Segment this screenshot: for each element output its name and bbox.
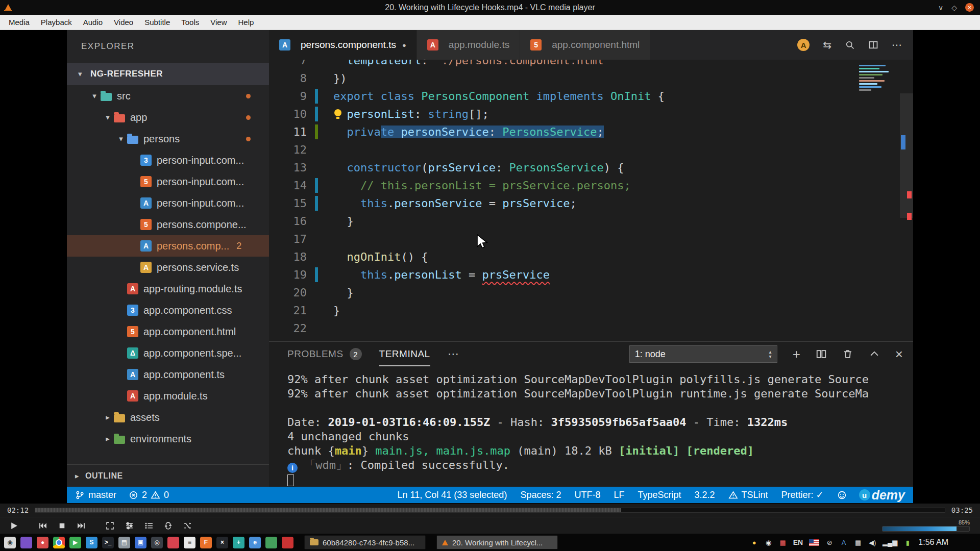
tree-item-environments[interactable]: ▸environments [67, 428, 269, 449]
project-root-header[interactable]: ▾ NG-REFRESHER [67, 63, 269, 85]
keyboard-icon[interactable]: ▦ [854, 538, 862, 546]
more-actions-icon[interactable]: ⋯ [892, 39, 902, 51]
red-app-icon[interactable] [282, 537, 293, 548]
split-terminal-button[interactable] [816, 348, 827, 360]
tree-item-app-component-html[interactable]: 5app.component.html [67, 321, 269, 342]
search-editor-icon[interactable] [845, 40, 855, 50]
previous-button[interactable] [34, 519, 51, 533]
code-line-17[interactable]: 17 [269, 230, 913, 248]
prettier-item[interactable]: Prettier: ✓ [781, 489, 824, 500]
tree-item-person-input-com[interactable]: 3person-input.com... [67, 149, 269, 171]
playlist-button[interactable] [140, 519, 157, 533]
notes-icon[interactable]: ≡ [184, 537, 195, 548]
code-line-12[interactable]: 12 [269, 141, 913, 159]
maximize-panel-button[interactable] [869, 348, 880, 360]
code-line-13[interactable]: 13 constructor(prsService: PersonsServic… [269, 159, 913, 177]
code-line-10[interactable]: 10 personList: string[]; [269, 105, 913, 123]
shuffle-button[interactable] [179, 519, 196, 533]
taskbar-window-20-working-with-lifecycl[interactable]: 20. Working with Lifecycl... [436, 535, 558, 549]
tree-item-assets[interactable]: ▸assets [67, 407, 269, 428]
chrome-icon[interactable] [53, 537, 65, 548]
cursor-position-item[interactable]: Ln 11, Col 41 (33 selected) [398, 490, 507, 500]
terminal-icon[interactable]: >_ [102, 537, 114, 548]
tab-app-component-html[interactable]: 5app.component.html [520, 30, 650, 60]
notification-icon[interactable]: ◉ [765, 538, 773, 546]
minimize-button[interactable]: ∨ [938, 4, 943, 11]
battery-icon[interactable]: ▮ [903, 538, 912, 546]
dark-app-icon[interactable]: × [216, 537, 228, 548]
code-line-7[interactable]: 7 templateUrl: './persons.component.html… [269, 60, 913, 69]
tree-item-app-component-spe[interactable]: Δapp.component.spe... [67, 342, 269, 364]
panel-more-icon[interactable]: ⋯ [448, 347, 459, 361]
green-app-icon[interactable] [265, 537, 277, 548]
code-line-20[interactable]: 20 } [269, 284, 913, 302]
video-area[interactable]: EXPLORER ▾ NG-REFRESHER ▾src▾app▾persons… [0, 30, 980, 503]
eol-item[interactable]: LF [614, 490, 624, 500]
code-line-11[interactable]: 11 private personService: PersonsService… [269, 123, 913, 141]
close-panel-button[interactable]: × [895, 347, 903, 361]
ts-version-item[interactable]: 3.2.2 [695, 490, 715, 500]
tslint-item[interactable]: TSLint [728, 490, 768, 500]
tab-app-module-ts[interactable]: Aapp.module.ts [417, 30, 520, 60]
tree-item-persons-compone[interactable]: 5persons.compone... [67, 214, 269, 235]
code-line-19[interactable]: 19 this.personList = prsService [269, 266, 913, 284]
code-line-18[interactable]: 18 ngOnInit() { [269, 248, 913, 266]
teal-app-icon[interactable]: + [233, 537, 244, 548]
code-line-21[interactable]: 21} [269, 302, 913, 319]
seek-slider[interactable] [35, 508, 945, 513]
language-item[interactable]: TypeScript [638, 490, 681, 500]
menu-media[interactable]: Media [3, 15, 35, 29]
letter-a-icon[interactable]: A [840, 538, 848, 546]
scrollbar-thumb[interactable] [900, 93, 913, 218]
menu-help[interactable]: Help [233, 15, 260, 29]
skype-icon[interactable]: S [86, 537, 97, 548]
display-icon[interactable]: ▣ [135, 537, 146, 548]
tree-item-src[interactable]: ▾src [67, 85, 269, 107]
tree-item-person-input-com[interactable]: Aperson-input.com... [67, 192, 269, 214]
app-bird-icon[interactable]: ● [750, 538, 758, 546]
feedback-smiley-icon[interactable] [837, 490, 847, 500]
code-line-14[interactable]: 14 // this.personList = prsService.perso… [269, 177, 913, 194]
git-branch-item[interactable]: master [75, 490, 116, 500]
tree-item-app[interactable]: ▾app [67, 107, 269, 128]
camera-icon[interactable]: ◎ [151, 537, 163, 548]
menu-subtitle[interactable]: Subtitle [139, 15, 176, 29]
extension-action-icon[interactable]: A [797, 39, 810, 51]
volume-slider[interactable] [882, 526, 970, 532]
close-button[interactable]: × [965, 3, 974, 12]
split-editor-icon[interactable] [868, 40, 878, 50]
taskbar-window-60b84280-c743-4fc9-b58[interactable]: 60b84280-c743-4fc9-b58... [304, 535, 426, 549]
minimap[interactable] [859, 63, 896, 106]
tree-item-app-component-ts[interactable]: Aapp.component.ts [67, 364, 269, 385]
code-line-22[interactable]: 22 [269, 319, 913, 337]
recorder-icon[interactable]: ● [37, 537, 48, 548]
browser-e-icon[interactable]: e [249, 537, 261, 548]
loop-button[interactable] [159, 519, 177, 533]
menu-view[interactable]: View [205, 15, 232, 29]
terminal-picker[interactable]: 1: node ▴▾ [629, 345, 777, 363]
code-line-8[interactable]: 8}) [269, 69, 913, 87]
kill-terminal-button[interactable] [842, 348, 853, 360]
tree-item-person-input-com[interactable]: 5person-input.com... [67, 171, 269, 192]
taskbar-clock[interactable]: 1:56 AM [918, 538, 948, 547]
media-player-icon[interactable] [20, 537, 32, 548]
menu-video[interactable]: Video [108, 15, 139, 29]
network-icon[interactable]: ▂▄▆ [883, 538, 897, 546]
menu-playback[interactable]: Playback [35, 15, 78, 29]
tree-item-app-component-css[interactable]: 3app.component.css [67, 299, 269, 321]
tree-item-persons-service-ts[interactable]: Apersons.service.ts [67, 257, 269, 278]
volume-icon[interactable]: ◀) [868, 538, 876, 546]
new-terminal-button[interactable]: + [793, 347, 800, 361]
open-changes-icon[interactable]: ⇆ [823, 39, 831, 51]
play-button[interactable] [5, 519, 22, 533]
next-button[interactable] [72, 519, 90, 533]
code-line-15[interactable]: 15 this.personService = prsService; [269, 194, 913, 212]
tree-item-app-routing-module-ts[interactable]: Aapp-routing.module.ts [67, 278, 269, 299]
extended-settings-button[interactable] [120, 519, 138, 533]
indentation-item[interactable]: Spaces: 2 [520, 490, 561, 500]
files-icon[interactable]: ▤ [118, 537, 130, 548]
tree-item-persons[interactable]: ▾persons [67, 128, 269, 149]
overview-ruler[interactable] [900, 60, 913, 341]
stop-button[interactable] [53, 519, 70, 533]
tree-item-persons-comp[interactable]: Apersons.comp...2 [67, 235, 269, 257]
